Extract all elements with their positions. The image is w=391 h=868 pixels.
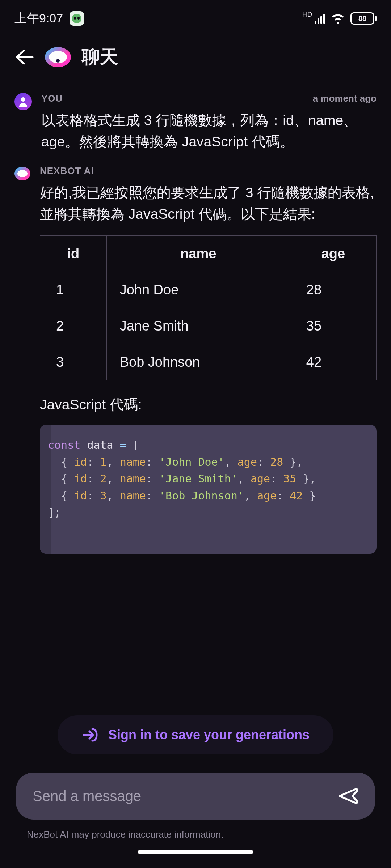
timestamp: a moment ago <box>313 93 377 104</box>
table-header: id <box>40 236 107 272</box>
sender-label: YOU <box>41 93 63 104</box>
status-bar: 上午9:07 HD 88 <box>0 0 391 30</box>
send-button[interactable] <box>338 787 358 805</box>
signin-label: Sign in to save your generations <box>108 727 310 743</box>
data-table: id name age 1 John Doe 28 2 Jane Smith 3… <box>40 235 377 380</box>
status-right: HD 88 <box>302 12 377 25</box>
cell-id: 1 <box>40 272 107 308</box>
bot-avatar-icon <box>14 167 30 180</box>
cell-age: 42 <box>290 344 376 380</box>
code-block: const data = [ { id: 1, name: 'John Doe'… <box>40 425 377 554</box>
hd-label: HD <box>302 11 312 18</box>
signin-button[interactable]: Sign in to save your generations <box>58 715 333 754</box>
sender-label: NEXBOT AI <box>40 165 94 176</box>
status-left: 上午9:07 <box>14 10 84 27</box>
app-header: 聊天 <box>0 30 391 80</box>
cell-name: John Doe <box>106 272 290 308</box>
disclaimer-text: NexBot AI may produce inaccurate informa… <box>16 829 375 840</box>
cell-name: Jane Smith <box>106 308 290 344</box>
table-header: name <box>106 236 290 272</box>
user-avatar-icon <box>14 93 32 110</box>
signal-icon <box>315 13 325 24</box>
table-header: age <box>290 236 376 272</box>
cell-id: 3 <box>40 344 107 380</box>
wifi-icon <box>331 13 345 24</box>
battery-icon: 88 <box>350 12 377 25</box>
cell-id: 2 <box>40 308 107 344</box>
table-row: 3 Bob Johnson 42 <box>40 344 377 380</box>
chat-thread: YOU a moment ago 以表格格式生成 3 行隨機數據，列為：id、n… <box>0 93 391 554</box>
svg-point-0 <box>21 97 25 102</box>
message-bot: NEXBOT AI 好的,我已經按照您的要求生成了 3 行隨機數據的表格,並將其… <box>14 165 377 554</box>
message-user: YOU a moment ago 以表格格式生成 3 行隨機數據，列為：id、n… <box>14 93 377 152</box>
cell-name: Bob Johnson <box>106 344 290 380</box>
home-indicator <box>138 850 253 854</box>
signin-arrow-icon <box>81 726 99 744</box>
back-button[interactable] <box>14 49 34 65</box>
table-row: 2 Jane Smith 35 <box>40 308 377 344</box>
status-app-icon <box>70 11 84 26</box>
message-text: 好的,我已經按照您的要求生成了 3 行隨機數據的表格,並將其轉換為 JavaSc… <box>40 182 377 225</box>
table-row: 1 John Doe 28 <box>40 272 377 308</box>
message-composer[interactable]: Send a message <box>16 773 375 820</box>
battery-level: 88 <box>358 14 366 23</box>
page-title: 聊天 <box>82 45 118 69</box>
cell-age: 28 <box>290 272 376 308</box>
status-time: 上午9:07 <box>14 10 63 27</box>
app-logo-icon <box>45 47 71 67</box>
cell-age: 35 <box>290 308 376 344</box>
composer-placeholder: Send a message <box>33 788 338 804</box>
bottom-panel: Sign in to save your generations Send a … <box>0 715 391 868</box>
code-label: JavaScript 代碼: <box>40 395 377 414</box>
message-text: 以表格格式生成 3 行隨機數據，列為：id、name、age。然後將其轉換為 J… <box>41 110 377 152</box>
